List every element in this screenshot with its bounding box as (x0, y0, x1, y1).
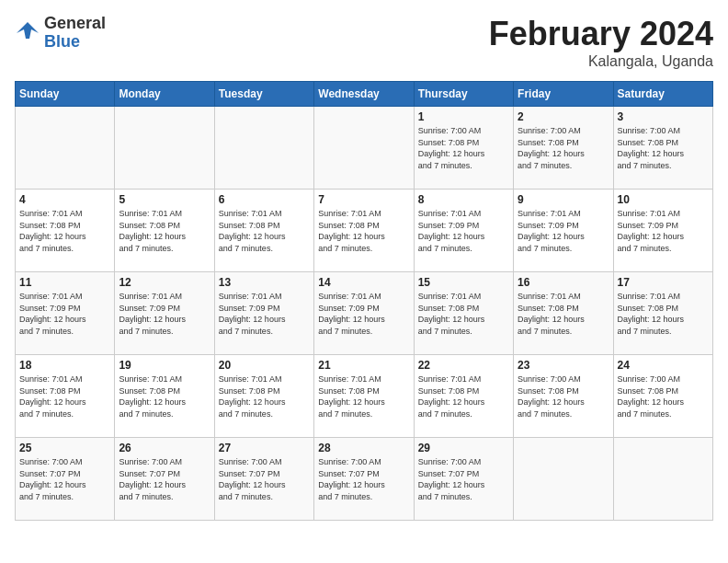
day-number: 22 (418, 359, 509, 372)
calendar-week-3: 11Sunrise: 7:01 AM Sunset: 7:09 PM Dayli… (16, 272, 713, 355)
svg-marker-0 (17, 22, 39, 39)
day-info: Sunrise: 7:01 AM Sunset: 7:08 PM Dayligh… (19, 373, 110, 419)
day-number: 27 (219, 442, 310, 454)
calendar-cell: 1Sunrise: 7:00 AM Sunset: 7:08 PM Daylig… (414, 107, 513, 190)
day-number: 1 (418, 110, 509, 123)
day-number: 3 (618, 110, 709, 123)
location-subtitle: Kalangala, Uganda (489, 53, 713, 70)
calendar-cell: 7Sunrise: 7:01 AM Sunset: 7:08 PM Daylig… (314, 190, 414, 272)
weekday-row: SundayMondayTuesdayWednesdayThursdayFrid… (16, 82, 713, 107)
calendar-cell (115, 107, 214, 190)
logo-general: General (44, 15, 106, 33)
day-number: 23 (518, 359, 609, 372)
day-info: Sunrise: 7:01 AM Sunset: 7:09 PM Dayligh… (119, 291, 210, 337)
day-number: 4 (19, 193, 110, 206)
day-number: 12 (119, 276, 210, 289)
calendar-cell: 13Sunrise: 7:01 AM Sunset: 7:09 PM Dayli… (214, 272, 313, 355)
day-number: 17 (618, 276, 709, 289)
calendar-cell (314, 107, 414, 190)
day-number: 20 (219, 359, 310, 372)
day-number: 19 (119, 359, 210, 372)
day-number: 11 (19, 276, 110, 289)
day-info: Sunrise: 7:00 AM Sunset: 7:08 PM Dayligh… (518, 373, 609, 419)
calendar-header: SundayMondayTuesdayWednesdayThursdayFrid… (16, 82, 713, 107)
day-info: Sunrise: 7:01 AM Sunset: 7:08 PM Dayligh… (119, 373, 210, 419)
calendar-cell: 20Sunrise: 7:01 AM Sunset: 7:08 PM Dayli… (214, 355, 313, 438)
calendar-cell: 17Sunrise: 7:01 AM Sunset: 7:08 PM Dayli… (613, 272, 712, 355)
day-number: 6 (219, 193, 310, 206)
day-number: 24 (618, 359, 709, 372)
day-info: Sunrise: 7:01 AM Sunset: 7:08 PM Dayligh… (219, 373, 310, 419)
day-number: 29 (418, 442, 509, 454)
day-info: Sunrise: 7:01 AM Sunset: 7:08 PM Dayligh… (618, 291, 709, 337)
day-info: Sunrise: 7:00 AM Sunset: 7:07 PM Dayligh… (318, 456, 409, 502)
day-info: Sunrise: 7:00 AM Sunset: 7:08 PM Dayligh… (618, 125, 709, 171)
calendar-cell: 26Sunrise: 7:00 AM Sunset: 7:07 PM Dayli… (115, 438, 214, 521)
calendar-body: 1Sunrise: 7:00 AM Sunset: 7:08 PM Daylig… (16, 107, 713, 521)
day-info: Sunrise: 7:01 AM Sunset: 7:08 PM Dayligh… (418, 373, 509, 419)
weekday-header-monday: Monday (115, 82, 214, 107)
day-info: Sunrise: 7:00 AM Sunset: 7:07 PM Dayligh… (219, 456, 310, 502)
calendar-cell (16, 107, 115, 190)
day-number: 25 (19, 442, 110, 454)
day-number: 15 (418, 276, 509, 289)
day-number: 7 (318, 193, 409, 206)
day-info: Sunrise: 7:01 AM Sunset: 7:08 PM Dayligh… (119, 208, 210, 254)
day-info: Sunrise: 7:01 AM Sunset: 7:08 PM Dayligh… (518, 291, 609, 337)
calendar-cell: 14Sunrise: 7:01 AM Sunset: 7:09 PM Dayli… (314, 272, 414, 355)
day-number: 16 (518, 276, 609, 289)
day-number: 14 (318, 276, 409, 289)
day-info: Sunrise: 7:01 AM Sunset: 7:09 PM Dayligh… (219, 291, 310, 337)
page-header: General Blue February 2024 Kalangala, Ug… (15, 15, 713, 70)
calendar-cell: 3Sunrise: 7:00 AM Sunset: 7:08 PM Daylig… (613, 107, 712, 190)
logo: General Blue (15, 15, 106, 52)
calendar-cell: 22Sunrise: 7:01 AM Sunset: 7:08 PM Dayli… (414, 355, 513, 438)
calendar-week-5: 25Sunrise: 7:00 AM Sunset: 7:07 PM Dayli… (16, 438, 713, 521)
title-block: February 2024 Kalangala, Uganda (489, 15, 713, 70)
calendar-cell: 29Sunrise: 7:00 AM Sunset: 7:07 PM Dayli… (414, 438, 513, 521)
day-info: Sunrise: 7:00 AM Sunset: 7:08 PM Dayligh… (518, 125, 609, 171)
calendar-cell: 27Sunrise: 7:00 AM Sunset: 7:07 PM Dayli… (214, 438, 313, 521)
logo-text: General Blue (44, 15, 106, 52)
calendar-week-4: 18Sunrise: 7:01 AM Sunset: 7:08 PM Dayli… (16, 355, 713, 438)
day-number: 2 (518, 110, 609, 123)
day-info: Sunrise: 7:01 AM Sunset: 7:08 PM Dayligh… (19, 208, 110, 254)
calendar-cell: 8Sunrise: 7:01 AM Sunset: 7:09 PM Daylig… (414, 190, 513, 272)
calendar-cell: 10Sunrise: 7:01 AM Sunset: 7:09 PM Dayli… (613, 190, 712, 272)
day-number: 13 (219, 276, 310, 289)
calendar-cell: 23Sunrise: 7:00 AM Sunset: 7:08 PM Dayli… (514, 355, 613, 438)
day-number: 8 (418, 193, 509, 206)
calendar-cell: 21Sunrise: 7:01 AM Sunset: 7:08 PM Dayli… (314, 355, 414, 438)
calendar-cell: 28Sunrise: 7:00 AM Sunset: 7:07 PM Dayli… (314, 438, 414, 521)
day-number: 28 (318, 442, 409, 454)
day-number: 10 (618, 193, 709, 206)
calendar-cell: 18Sunrise: 7:01 AM Sunset: 7:08 PM Dayli… (16, 355, 115, 438)
day-info: Sunrise: 7:00 AM Sunset: 7:07 PM Dayligh… (119, 456, 210, 502)
day-number: 9 (518, 193, 609, 206)
weekday-header-sunday: Sunday (16, 82, 115, 107)
calendar-cell: 4Sunrise: 7:01 AM Sunset: 7:08 PM Daylig… (16, 190, 115, 272)
day-info: Sunrise: 7:01 AM Sunset: 7:09 PM Dayligh… (318, 291, 409, 337)
weekday-header-friday: Friday (514, 82, 613, 107)
day-info: Sunrise: 7:00 AM Sunset: 7:07 PM Dayligh… (418, 456, 509, 502)
month-year-title: February 2024 (489, 15, 713, 53)
calendar-cell: 16Sunrise: 7:01 AM Sunset: 7:08 PM Dayli… (514, 272, 613, 355)
logo-bird-icon (15, 20, 40, 46)
calendar-cell: 24Sunrise: 7:00 AM Sunset: 7:08 PM Dayli… (613, 355, 712, 438)
calendar-cell: 2Sunrise: 7:00 AM Sunset: 7:08 PM Daylig… (514, 107, 613, 190)
calendar-week-2: 4Sunrise: 7:01 AM Sunset: 7:08 PM Daylig… (16, 190, 713, 272)
day-info: Sunrise: 7:01 AM Sunset: 7:08 PM Dayligh… (318, 373, 409, 419)
weekday-header-tuesday: Tuesday (214, 82, 313, 107)
calendar-cell: 15Sunrise: 7:01 AM Sunset: 7:08 PM Dayli… (414, 272, 513, 355)
day-info: Sunrise: 7:01 AM Sunset: 7:09 PM Dayligh… (19, 291, 110, 337)
day-info: Sunrise: 7:00 AM Sunset: 7:07 PM Dayligh… (19, 456, 110, 502)
calendar-cell: 19Sunrise: 7:01 AM Sunset: 7:08 PM Dayli… (115, 355, 214, 438)
calendar-cell: 12Sunrise: 7:01 AM Sunset: 7:09 PM Dayli… (115, 272, 214, 355)
weekday-header-thursday: Thursday (414, 82, 513, 107)
calendar-cell (514, 438, 613, 521)
calendar-cell: 5Sunrise: 7:01 AM Sunset: 7:08 PM Daylig… (115, 190, 214, 272)
day-number: 26 (119, 442, 210, 454)
logo-blue: Blue (44, 33, 106, 52)
calendar-cell: 9Sunrise: 7:01 AM Sunset: 7:09 PM Daylig… (514, 190, 613, 272)
day-info: Sunrise: 7:01 AM Sunset: 7:08 PM Dayligh… (318, 208, 409, 254)
